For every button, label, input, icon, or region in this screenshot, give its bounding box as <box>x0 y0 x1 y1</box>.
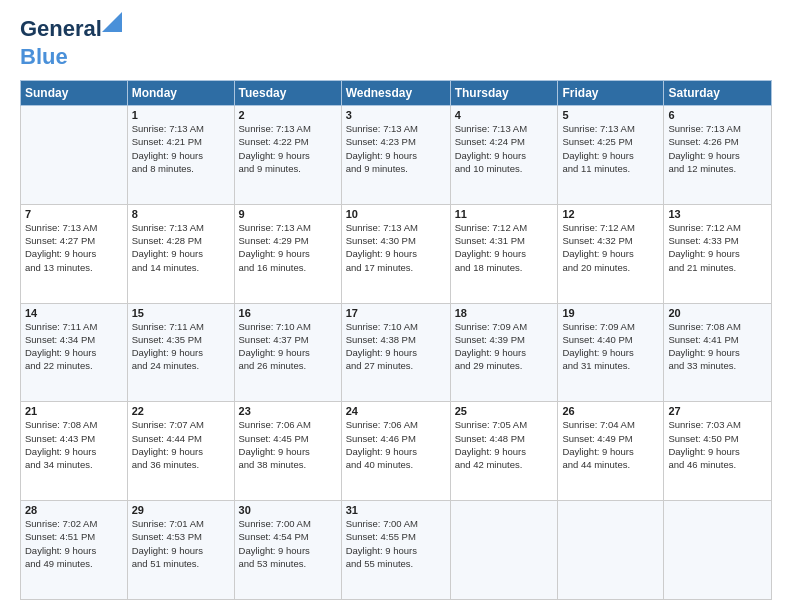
day-number: 24 <box>346 405 446 417</box>
calendar-cell <box>21 106 128 205</box>
day-info: Sunrise: 7:10 AM Sunset: 4:38 PM Dayligh… <box>346 320 446 373</box>
calendar-cell: 29Sunrise: 7:01 AM Sunset: 4:53 PM Dayli… <box>127 501 234 600</box>
calendar-cell: 12Sunrise: 7:12 AM Sunset: 4:32 PM Dayli… <box>558 204 664 303</box>
day-number: 16 <box>239 307 337 319</box>
week-row-3: 14Sunrise: 7:11 AM Sunset: 4:34 PM Dayli… <box>21 303 772 402</box>
day-info: Sunrise: 7:05 AM Sunset: 4:48 PM Dayligh… <box>455 418 554 471</box>
day-info: Sunrise: 7:07 AM Sunset: 4:44 PM Dayligh… <box>132 418 230 471</box>
day-number: 31 <box>346 504 446 516</box>
day-number: 30 <box>239 504 337 516</box>
calendar-cell: 11Sunrise: 7:12 AM Sunset: 4:31 PM Dayli… <box>450 204 558 303</box>
logo: General Blue <box>20 16 102 70</box>
day-number: 4 <box>455 109 554 121</box>
calendar-cell: 30Sunrise: 7:00 AM Sunset: 4:54 PM Dayli… <box>234 501 341 600</box>
day-number: 28 <box>25 504 123 516</box>
calendar-cell: 1Sunrise: 7:13 AM Sunset: 4:21 PM Daylig… <box>127 106 234 205</box>
calendar-cell: 2Sunrise: 7:13 AM Sunset: 4:22 PM Daylig… <box>234 106 341 205</box>
calendar-cell: 24Sunrise: 7:06 AM Sunset: 4:46 PM Dayli… <box>341 402 450 501</box>
day-number: 2 <box>239 109 337 121</box>
calendar-cell: 31Sunrise: 7:00 AM Sunset: 4:55 PM Dayli… <box>341 501 450 600</box>
calendar-cell: 13Sunrise: 7:12 AM Sunset: 4:33 PM Dayli… <box>664 204 772 303</box>
calendar-cell: 6Sunrise: 7:13 AM Sunset: 4:26 PM Daylig… <box>664 106 772 205</box>
calendar-cell: 19Sunrise: 7:09 AM Sunset: 4:40 PM Dayli… <box>558 303 664 402</box>
col-header-tuesday: Tuesday <box>234 81 341 106</box>
calendar-cell: 23Sunrise: 7:06 AM Sunset: 4:45 PM Dayli… <box>234 402 341 501</box>
logo-arrow-icon <box>102 12 122 32</box>
day-number: 29 <box>132 504 230 516</box>
day-info: Sunrise: 7:00 AM Sunset: 4:54 PM Dayligh… <box>239 517 337 570</box>
col-header-thursday: Thursday <box>450 81 558 106</box>
day-info: Sunrise: 7:13 AM Sunset: 4:26 PM Dayligh… <box>668 122 767 175</box>
day-info: Sunrise: 7:13 AM Sunset: 4:25 PM Dayligh… <box>562 122 659 175</box>
col-header-saturday: Saturday <box>664 81 772 106</box>
day-info: Sunrise: 7:13 AM Sunset: 4:21 PM Dayligh… <box>132 122 230 175</box>
day-number: 23 <box>239 405 337 417</box>
day-number: 15 <box>132 307 230 319</box>
day-info: Sunrise: 7:06 AM Sunset: 4:46 PM Dayligh… <box>346 418 446 471</box>
calendar-cell: 9Sunrise: 7:13 AM Sunset: 4:29 PM Daylig… <box>234 204 341 303</box>
header-row: SundayMondayTuesdayWednesdayThursdayFrid… <box>21 81 772 106</box>
day-number: 27 <box>668 405 767 417</box>
calendar-cell: 22Sunrise: 7:07 AM Sunset: 4:44 PM Dayli… <box>127 402 234 501</box>
day-info: Sunrise: 7:00 AM Sunset: 4:55 PM Dayligh… <box>346 517 446 570</box>
day-number: 10 <box>346 208 446 220</box>
day-info: Sunrise: 7:13 AM Sunset: 4:23 PM Dayligh… <box>346 122 446 175</box>
calendar-cell: 15Sunrise: 7:11 AM Sunset: 4:35 PM Dayli… <box>127 303 234 402</box>
day-number: 7 <box>25 208 123 220</box>
day-info: Sunrise: 7:08 AM Sunset: 4:43 PM Dayligh… <box>25 418 123 471</box>
col-header-wednesday: Wednesday <box>341 81 450 106</box>
calendar-cell: 27Sunrise: 7:03 AM Sunset: 4:50 PM Dayli… <box>664 402 772 501</box>
calendar-cell: 10Sunrise: 7:13 AM Sunset: 4:30 PM Dayli… <box>341 204 450 303</box>
day-number: 19 <box>562 307 659 319</box>
day-number: 26 <box>562 405 659 417</box>
calendar-cell: 20Sunrise: 7:08 AM Sunset: 4:41 PM Dayli… <box>664 303 772 402</box>
calendar-cell: 17Sunrise: 7:10 AM Sunset: 4:38 PM Dayli… <box>341 303 450 402</box>
day-info: Sunrise: 7:13 AM Sunset: 4:24 PM Dayligh… <box>455 122 554 175</box>
day-number: 17 <box>346 307 446 319</box>
day-info: Sunrise: 7:13 AM Sunset: 4:27 PM Dayligh… <box>25 221 123 274</box>
day-number: 9 <box>239 208 337 220</box>
day-number: 13 <box>668 208 767 220</box>
calendar-cell: 16Sunrise: 7:10 AM Sunset: 4:37 PM Dayli… <box>234 303 341 402</box>
calendar-cell <box>450 501 558 600</box>
calendar-cell: 4Sunrise: 7:13 AM Sunset: 4:24 PM Daylig… <box>450 106 558 205</box>
day-info: Sunrise: 7:03 AM Sunset: 4:50 PM Dayligh… <box>668 418 767 471</box>
week-row-1: 1Sunrise: 7:13 AM Sunset: 4:21 PM Daylig… <box>21 106 772 205</box>
day-number: 3 <box>346 109 446 121</box>
day-number: 8 <box>132 208 230 220</box>
day-number: 11 <box>455 208 554 220</box>
day-info: Sunrise: 7:12 AM Sunset: 4:32 PM Dayligh… <box>562 221 659 274</box>
day-number: 12 <box>562 208 659 220</box>
calendar-cell: 25Sunrise: 7:05 AM Sunset: 4:48 PM Dayli… <box>450 402 558 501</box>
day-info: Sunrise: 7:13 AM Sunset: 4:30 PM Dayligh… <box>346 221 446 274</box>
day-number: 1 <box>132 109 230 121</box>
logo-general: General <box>20 16 102 41</box>
page: General Blue SundayMondayTuesdayWednesda… <box>0 0 792 612</box>
calendar-cell: 21Sunrise: 7:08 AM Sunset: 4:43 PM Dayli… <box>21 402 128 501</box>
day-info: Sunrise: 7:12 AM Sunset: 4:31 PM Dayligh… <box>455 221 554 274</box>
day-info: Sunrise: 7:10 AM Sunset: 4:37 PM Dayligh… <box>239 320 337 373</box>
day-info: Sunrise: 7:08 AM Sunset: 4:41 PM Dayligh… <box>668 320 767 373</box>
day-info: Sunrise: 7:02 AM Sunset: 4:51 PM Dayligh… <box>25 517 123 570</box>
day-info: Sunrise: 7:09 AM Sunset: 4:40 PM Dayligh… <box>562 320 659 373</box>
day-info: Sunrise: 7:01 AM Sunset: 4:53 PM Dayligh… <box>132 517 230 570</box>
day-number: 22 <box>132 405 230 417</box>
calendar-cell <box>558 501 664 600</box>
calendar-cell: 7Sunrise: 7:13 AM Sunset: 4:27 PM Daylig… <box>21 204 128 303</box>
week-row-4: 21Sunrise: 7:08 AM Sunset: 4:43 PM Dayli… <box>21 402 772 501</box>
day-info: Sunrise: 7:04 AM Sunset: 4:49 PM Dayligh… <box>562 418 659 471</box>
day-info: Sunrise: 7:13 AM Sunset: 4:29 PM Dayligh… <box>239 221 337 274</box>
week-row-5: 28Sunrise: 7:02 AM Sunset: 4:51 PM Dayli… <box>21 501 772 600</box>
col-header-sunday: Sunday <box>21 81 128 106</box>
week-row-2: 7Sunrise: 7:13 AM Sunset: 4:27 PM Daylig… <box>21 204 772 303</box>
col-header-friday: Friday <box>558 81 664 106</box>
day-info: Sunrise: 7:13 AM Sunset: 4:28 PM Dayligh… <box>132 221 230 274</box>
day-info: Sunrise: 7:12 AM Sunset: 4:33 PM Dayligh… <box>668 221 767 274</box>
calendar-cell <box>664 501 772 600</box>
day-info: Sunrise: 7:09 AM Sunset: 4:39 PM Dayligh… <box>455 320 554 373</box>
day-number: 6 <box>668 109 767 121</box>
day-info: Sunrise: 7:11 AM Sunset: 4:35 PM Dayligh… <box>132 320 230 373</box>
day-info: Sunrise: 7:13 AM Sunset: 4:22 PM Dayligh… <box>239 122 337 175</box>
day-number: 18 <box>455 307 554 319</box>
calendar-cell: 26Sunrise: 7:04 AM Sunset: 4:49 PM Dayli… <box>558 402 664 501</box>
